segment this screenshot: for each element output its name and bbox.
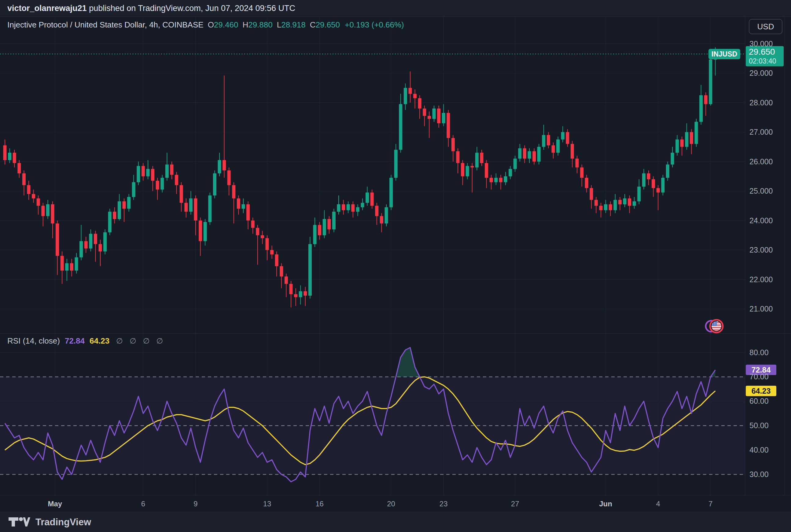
rsi-ma-value: 64.23 xyxy=(90,336,109,346)
price-axis-label: 23.000 xyxy=(750,246,773,255)
rsi-pane[interactable] xyxy=(0,334,745,495)
rsi-axis-label: 80.00 xyxy=(750,348,769,357)
empty-set-icon: ∅ xyxy=(143,337,150,345)
time-axis-label: 13 xyxy=(263,499,271,509)
price-axis-label: 25.000 xyxy=(750,187,773,196)
brand-bar: TradingView xyxy=(0,512,791,532)
symbol-legend[interactable]: Injective Protocol / United States Dolla… xyxy=(7,20,404,30)
rsi-value: 72.84 xyxy=(65,336,85,346)
time-axis-label: 27 xyxy=(511,499,519,509)
change-value: +0.193 (+0.66%) xyxy=(345,20,404,30)
currency-toggle-button[interactable]: USD xyxy=(749,19,783,34)
publisher-username: victor_olanrewaju21 xyxy=(7,4,87,13)
price-axis-label: 26.000 xyxy=(750,157,773,166)
empty-set-icon: ∅ xyxy=(116,337,123,345)
time-axis-label: 7 xyxy=(709,499,713,509)
us-flag-marker-icon[interactable] xyxy=(705,318,724,334)
symbol-title: Injective Protocol / United States Dolla… xyxy=(7,20,204,30)
price-axis-label: 21.000 xyxy=(750,304,773,314)
time-axis-label: 4 xyxy=(656,499,660,509)
axis-right-edge xyxy=(785,17,785,495)
publish-info-text: published on TradingView.com, Jun 07, 20… xyxy=(87,4,295,13)
time-axis-label: 6 xyxy=(141,499,145,509)
bar-countdown: 02:03:40 xyxy=(749,57,784,65)
tradingview-logo-icon[interactable] xyxy=(8,517,31,527)
close-value: 29.650 xyxy=(315,20,340,30)
price-axis-label: 24.000 xyxy=(750,216,773,225)
open-label: O xyxy=(208,20,214,30)
price-pane[interactable] xyxy=(0,17,745,334)
publish-header: victor_olanrewaju21 published on Trading… xyxy=(0,0,791,17)
us-flag-icon xyxy=(712,321,721,331)
last-price-value: 29.650 xyxy=(749,48,784,57)
time-axis-separator xyxy=(0,495,791,495)
price-axis-label: 22.000 xyxy=(750,275,773,284)
time-axis-label: 23 xyxy=(440,499,448,509)
price-scale-separator xyxy=(745,17,745,495)
rsi-axis-label: 40.00 xyxy=(750,445,769,455)
empty-set-icon: ∅ xyxy=(156,337,163,345)
rsi-legend[interactable]: RSI (14, close)72.8464.23∅∅∅∅ xyxy=(7,336,163,346)
rsi-axis-label: 70.00 xyxy=(750,372,769,381)
rsi-axis-label: 30.00 xyxy=(750,470,769,479)
price-axis-label: 30.000 xyxy=(750,39,773,48)
time-axis-label: 20 xyxy=(387,499,395,509)
open-value: 29.460 xyxy=(214,20,238,30)
time-axis-label: 16 xyxy=(315,499,324,509)
time-axis-label: 9 xyxy=(194,499,198,509)
time-axis-label: May xyxy=(48,499,62,509)
price-axis-label: 29.000 xyxy=(750,69,773,78)
low-label: L xyxy=(277,20,281,30)
high-label: H xyxy=(242,20,248,30)
pane-separator[interactable] xyxy=(0,334,791,334)
rsi-ma-value-badge: 64.23 xyxy=(746,386,776,396)
last-price-badge: 29.650 02:03:40 xyxy=(746,46,784,66)
empty-set-icon: ∅ xyxy=(130,337,136,345)
tradingview-snapshot: victor_olanrewaju21 published on Trading… xyxy=(0,0,791,532)
time-axis-label: Jun xyxy=(599,499,612,509)
price-axis-label: 27.000 xyxy=(750,128,773,137)
close-label: C xyxy=(310,20,316,30)
rsi-axis-label: 50.00 xyxy=(750,421,769,430)
price-axis-label: 28.000 xyxy=(750,98,773,107)
symbol-price-label: INJUSD xyxy=(709,49,740,59)
rsi-axis-label: 60.00 xyxy=(750,397,769,406)
high-value: 29.880 xyxy=(248,20,273,30)
low-value: 28.918 xyxy=(281,20,306,30)
brand-name[interactable]: TradingView xyxy=(35,517,91,528)
rsi-title: RSI (14, close) xyxy=(7,336,60,346)
